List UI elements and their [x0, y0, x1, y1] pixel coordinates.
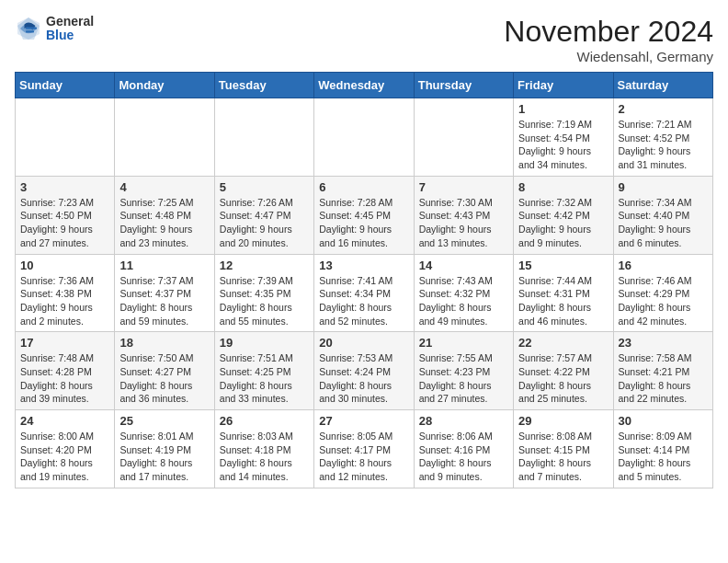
location: Wiedensahl, Germany: [504, 49, 713, 64]
day-info: Sunrise: 7:34 AM Sunset: 4:40 PM Dayligh…: [619, 196, 708, 250]
day-number: 29: [518, 414, 608, 428]
day-number: 20: [319, 336, 408, 350]
col-header-saturday: Saturday: [613, 73, 712, 98]
day-info: Sunrise: 7:48 AM Sunset: 4:28 PM Dayligh…: [20, 351, 109, 406]
svg-rect-2: [26, 28, 37, 29]
calendar-cell: [16, 98, 115, 177]
day-number: 25: [119, 414, 209, 428]
day-number: 7: [419, 180, 508, 194]
calendar-cell: [414, 98, 513, 177]
logo-text: General Blue: [46, 15, 94, 43]
day-info: Sunrise: 7:53 AM Sunset: 4:24 PM Dayligh…: [319, 351, 408, 406]
day-info: Sunrise: 8:03 AM Sunset: 4:18 PM Dayligh…: [220, 430, 309, 484]
day-number: 26: [220, 414, 309, 428]
calendar-cell: 12Sunrise: 7:39 AM Sunset: 4:35 PM Dayli…: [214, 254, 313, 332]
day-number: 4: [119, 180, 209, 194]
calendar-week-1: 1Sunrise: 7:19 AM Sunset: 4:54 PM Daylig…: [16, 98, 713, 177]
calendar-table: SundayMondayTuesdayWednesdayThursdayFrid…: [15, 72, 713, 488]
day-number: 17: [20, 336, 109, 350]
day-number: 14: [419, 259, 508, 272]
day-info: Sunrise: 8:05 AM Sunset: 4:17 PM Dayligh…: [319, 430, 408, 484]
day-info: Sunrise: 7:21 AM Sunset: 4:52 PM Dayligh…: [619, 118, 708, 172]
day-info: Sunrise: 8:09 AM Sunset: 4:14 PM Dayligh…: [619, 430, 708, 484]
day-info: Sunrise: 7:26 AM Sunset: 4:47 PM Dayligh…: [220, 196, 309, 250]
calendar-week-5: 24Sunrise: 8:00 AM Sunset: 4:20 PM Dayli…: [16, 410, 713, 488]
day-number: 16: [619, 259, 708, 272]
day-number: 15: [518, 259, 608, 272]
day-info: Sunrise: 7:50 AM Sunset: 4:27 PM Dayligh…: [119, 351, 209, 406]
day-number: 21: [419, 336, 508, 350]
day-info: Sunrise: 7:44 AM Sunset: 4:31 PM Dayligh…: [518, 274, 608, 328]
col-header-sunday: Sunday: [16, 73, 115, 98]
calendar-cell: 14Sunrise: 7:43 AM Sunset: 4:32 PM Dayli…: [414, 254, 513, 332]
day-number: 22: [518, 336, 608, 350]
day-number: 2: [619, 102, 708, 116]
calendar-cell: [115, 98, 214, 177]
calendar-cell: 8Sunrise: 7:32 AM Sunset: 4:42 PM Daylig…: [514, 176, 613, 254]
day-number: 27: [319, 414, 408, 428]
day-number: 10: [20, 259, 109, 272]
month-title: November 2024: [504, 15, 713, 49]
svg-rect-3: [26, 31, 34, 33]
calendar-cell: [314, 98, 414, 177]
calendar-cell: 18Sunrise: 7:50 AM Sunset: 4:27 PM Dayli…: [115, 332, 214, 410]
day-info: Sunrise: 7:39 AM Sunset: 4:35 PM Dayligh…: [220, 274, 309, 328]
day-number: 12: [220, 259, 309, 272]
calendar-cell: 23Sunrise: 7:58 AM Sunset: 4:21 PM Dayli…: [613, 332, 712, 410]
day-number: 6: [319, 180, 408, 194]
day-number: 23: [619, 336, 708, 350]
day-number: 18: [119, 336, 209, 350]
day-info: Sunrise: 7:55 AM Sunset: 4:23 PM Dayligh…: [419, 351, 508, 406]
title-block: November 2024 Wiedensahl, Germany: [504, 15, 713, 64]
day-info: Sunrise: 7:51 AM Sunset: 4:25 PM Dayligh…: [220, 351, 309, 406]
day-info: Sunrise: 8:01 AM Sunset: 4:19 PM Dayligh…: [119, 430, 209, 484]
day-info: Sunrise: 7:19 AM Sunset: 4:54 PM Dayligh…: [518, 118, 608, 172]
col-header-wednesday: Wednesday: [314, 73, 414, 98]
day-number: 13: [319, 259, 408, 272]
calendar-cell: 22Sunrise: 7:57 AM Sunset: 4:22 PM Dayli…: [514, 332, 613, 410]
col-header-monday: Monday: [115, 73, 214, 98]
calendar-cell: 3Sunrise: 7:23 AM Sunset: 4:50 PM Daylig…: [16, 176, 115, 254]
logo-blue: Blue: [46, 29, 94, 42]
day-info: Sunrise: 7:36 AM Sunset: 4:38 PM Dayligh…: [20, 274, 109, 328]
day-number: 1: [518, 102, 608, 116]
day-info: Sunrise: 7:43 AM Sunset: 4:32 PM Dayligh…: [419, 274, 508, 328]
calendar-cell: 9Sunrise: 7:34 AM Sunset: 4:40 PM Daylig…: [613, 176, 712, 254]
day-number: 9: [619, 180, 708, 194]
calendar-cell: 30Sunrise: 8:09 AM Sunset: 4:14 PM Dayli…: [613, 410, 712, 488]
calendar-week-4: 17Sunrise: 7:48 AM Sunset: 4:28 PM Dayli…: [16, 332, 713, 410]
calendar-cell: 29Sunrise: 8:08 AM Sunset: 4:15 PM Dayli…: [514, 410, 613, 488]
day-info: Sunrise: 7:41 AM Sunset: 4:34 PM Dayligh…: [319, 274, 408, 328]
calendar-cell: 27Sunrise: 8:05 AM Sunset: 4:17 PM Dayli…: [314, 410, 414, 488]
day-info: Sunrise: 7:30 AM Sunset: 4:43 PM Dayligh…: [419, 196, 508, 250]
calendar-header-row: SundayMondayTuesdayWednesdayThursdayFrid…: [16, 73, 713, 98]
calendar-cell: 15Sunrise: 7:44 AM Sunset: 4:31 PM Dayli…: [514, 254, 613, 332]
calendar-cell: 28Sunrise: 8:06 AM Sunset: 4:16 PM Dayli…: [414, 410, 513, 488]
calendar-cell: 1Sunrise: 7:19 AM Sunset: 4:54 PM Daylig…: [514, 98, 613, 177]
calendar-cell: 13Sunrise: 7:41 AM Sunset: 4:34 PM Dayli…: [314, 254, 414, 332]
calendar-cell: 25Sunrise: 8:01 AM Sunset: 4:19 PM Dayli…: [115, 410, 214, 488]
day-number: 19: [220, 336, 309, 350]
day-info: Sunrise: 8:06 AM Sunset: 4:16 PM Dayligh…: [419, 430, 508, 484]
day-info: Sunrise: 7:46 AM Sunset: 4:29 PM Dayligh…: [619, 274, 708, 328]
day-number: 8: [518, 180, 608, 194]
day-number: 5: [220, 180, 309, 194]
calendar-cell: 5Sunrise: 7:26 AM Sunset: 4:47 PM Daylig…: [214, 176, 313, 254]
day-number: 3: [20, 180, 109, 194]
col-header-friday: Friday: [514, 73, 613, 98]
calendar-cell: 24Sunrise: 8:00 AM Sunset: 4:20 PM Dayli…: [16, 410, 115, 488]
col-header-thursday: Thursday: [414, 73, 513, 98]
day-number: 11: [119, 259, 209, 272]
calendar-cell: 7Sunrise: 7:30 AM Sunset: 4:43 PM Daylig…: [414, 176, 513, 254]
logo-general: General: [46, 15, 94, 29]
calendar-week-3: 10Sunrise: 7:36 AM Sunset: 4:38 PM Dayli…: [16, 254, 713, 332]
day-info: Sunrise: 7:32 AM Sunset: 4:42 PM Dayligh…: [518, 196, 608, 250]
calendar-cell: 26Sunrise: 8:03 AM Sunset: 4:18 PM Dayli…: [214, 410, 313, 488]
day-info: Sunrise: 8:00 AM Sunset: 4:20 PM Dayligh…: [20, 430, 109, 484]
calendar-cell: 11Sunrise: 7:37 AM Sunset: 4:37 PM Dayli…: [115, 254, 214, 332]
day-number: 30: [619, 414, 708, 428]
calendar-cell: 21Sunrise: 7:55 AM Sunset: 4:23 PM Dayli…: [414, 332, 513, 410]
calendar-cell: 20Sunrise: 7:53 AM Sunset: 4:24 PM Dayli…: [314, 332, 414, 410]
day-info: Sunrise: 7:23 AM Sunset: 4:50 PM Dayligh…: [20, 196, 109, 250]
day-info: Sunrise: 7:28 AM Sunset: 4:45 PM Dayligh…: [319, 196, 408, 250]
